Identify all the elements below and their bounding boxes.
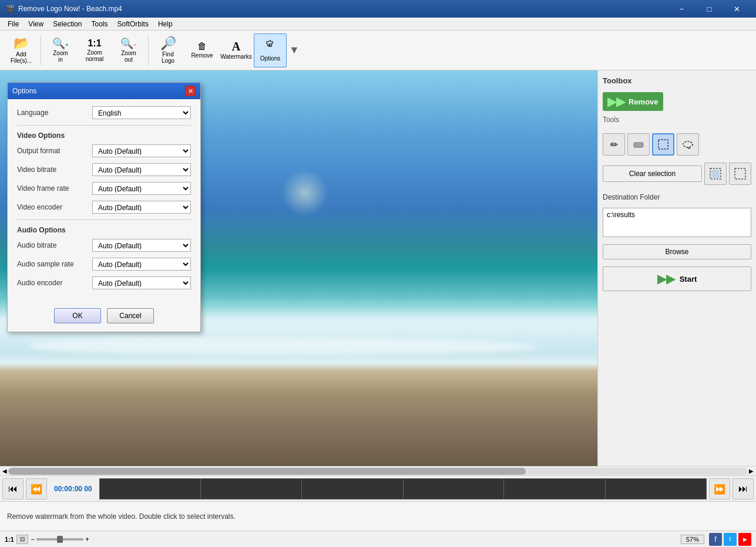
dialog-overlay: Options ✕ Language English German French…	[0, 0, 756, 547]
cancel-button[interactable]: Cancel	[107, 308, 154, 323]
ok-button[interactable]: OK	[54, 308, 101, 323]
audio-encoder-label: Audio encoder	[17, 279, 88, 287]
options-dialog: Options ✕ Language English German French…	[7, 82, 201, 332]
audio-options-section: Audio Options	[17, 226, 191, 234]
video-encoder-select[interactable]: Auto (Default) H.264 H.265 MPEG-4	[92, 201, 191, 214]
output-format-select[interactable]: Auto (Default) AVI MP4 MOV	[92, 144, 191, 157]
audio-sample-rate-label: Audio sample rate	[17, 260, 88, 268]
dialog-separator-2	[17, 220, 191, 220]
audio-sample-rate-select[interactable]: Auto (Default) 22050 Hz 44100 Hz 48000 H…	[92, 258, 191, 271]
audio-bitrate-field: Audio bitrate Auto (Default) 128 kbps 19…	[17, 239, 191, 252]
video-options-section: Video Options	[17, 131, 191, 140]
video-frame-rate-label: Video frame rate	[17, 184, 88, 193]
audio-encoder-field: Audio encoder Auto (Default) AAC MP3 AC3	[17, 276, 191, 289]
language-field: Language English German French Spanish R…	[17, 106, 191, 119]
dialog-body: Language English German French Spanish R…	[8, 99, 200, 302]
video-frame-rate-select[interactable]: Auto (Default) 24 fps 25 fps 30 fps	[92, 182, 191, 195]
output-format-field: Output format Auto (Default) AVI MP4 MOV	[17, 144, 191, 157]
video-encoder-field: Video encoder Auto (Default) H.264 H.265…	[17, 201, 191, 214]
dialog-buttons: OK Cancel	[8, 302, 200, 332]
video-frame-rate-field: Video frame rate Auto (Default) 24 fps 2…	[17, 182, 191, 195]
dialog-titlebar: Options ✕	[8, 83, 200, 99]
audio-bitrate-select[interactable]: Auto (Default) 128 kbps 192 kbps 320 kbp…	[92, 239, 191, 252]
audio-bitrate-label: Audio bitrate	[17, 241, 88, 249]
video-bitrate-select[interactable]: Auto (Default) 1000 kbps 2000 kbps 4000 …	[92, 163, 191, 176]
video-bitrate-label: Video bitrate	[17, 166, 88, 174]
dialog-title: Options	[12, 87, 36, 95]
audio-sample-rate-field: Audio sample rate Auto (Default) 22050 H…	[17, 258, 191, 271]
output-format-label: Output format	[17, 147, 88, 155]
language-label: Language	[17, 109, 88, 117]
dialog-separator-1	[17, 125, 191, 126]
language-select[interactable]: English German French Spanish Russian	[92, 106, 191, 119]
video-bitrate-field: Video bitrate Auto (Default) 1000 kbps 2…	[17, 163, 191, 176]
audio-encoder-select[interactable]: Auto (Default) AAC MP3 AC3	[92, 276, 191, 289]
dialog-close-button[interactable]: ✕	[185, 86, 196, 96]
video-encoder-label: Video encoder	[17, 203, 88, 211]
